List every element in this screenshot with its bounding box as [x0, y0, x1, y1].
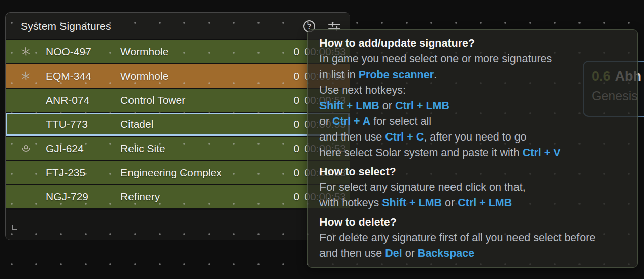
signature-id: NGJ-729	[46, 191, 120, 203]
help-text: here select Solar system and paste it wi…	[319, 147, 523, 159]
wormhole-icon	[6, 46, 46, 58]
signature-type: Wormhole	[120, 46, 294, 58]
signature-count: 0	[294, 46, 300, 58]
panel-title: System Signatures	[21, 20, 111, 32]
panel-header: System Signatures ?	[6, 13, 350, 40]
signature-type: Control Tower	[120, 94, 294, 106]
help-section-title: How to add/update signature?	[319, 36, 628, 51]
signature-id: NOO-497	[46, 46, 120, 58]
signature-id: EQM-344	[46, 70, 120, 82]
signature-row[interactable]: NGJ-729Refinery000:00:53	[6, 185, 350, 210]
hotkey-text: Ctrl + C	[385, 131, 424, 143]
system-signatures-panel: System Signatures ? NOO-497Wormhole000:0…	[5, 12, 350, 240]
signature-type: Engineering Complex	[120, 167, 294, 179]
help-line: and then use Del or Backspace	[319, 246, 628, 261]
signature-id: TTU-773	[46, 118, 120, 130]
help-text: with hotkeys	[319, 197, 382, 209]
signature-rows: NOO-497Wormhole000:00:53EQM-344Wormhole0…	[6, 40, 350, 210]
hotkey-text: Del	[385, 247, 402, 259]
signature-row[interactable]: NOO-497Wormhole000:00:53	[6, 40, 350, 64]
help-text: or	[379, 100, 395, 112]
help-line: For select any signature need click on t…	[319, 180, 628, 195]
help-line: Shift + LMB or Ctrl + LMB	[319, 98, 628, 114]
relic-icon	[6, 143, 46, 155]
help-text: and then use	[319, 131, 385, 143]
help-line: In game you need select one or more sign…	[319, 51, 628, 67]
help-text: in list in	[319, 68, 359, 81]
help-text: Use next hotkeys:	[319, 84, 406, 96]
signature-count: 0	[294, 94, 300, 106]
help-sections: How to add/update signature?In game you …	[314, 36, 628, 261]
help-text: For delete any signature first of all yo…	[319, 232, 595, 244]
signature-type: Refinery	[120, 191, 294, 203]
signature-row[interactable]: GJI-624Relic Site000:00:53	[6, 137, 350, 161]
hotkey-text: Shift + LMB	[382, 197, 442, 209]
help-text: In game you need select one or more sign…	[319, 53, 552, 65]
signature-id: GJI-624	[46, 143, 120, 155]
help-line: or Ctrl + A for select all	[319, 114, 628, 129]
signature-id: ANR-074	[46, 94, 120, 106]
signature-row[interactable]: FTJ-235Engineering Complex000:00:53	[6, 161, 350, 185]
help-text: .	[434, 68, 437, 81]
help-line: in list in Probe scanner.	[319, 67, 628, 83]
help-line: and then use Ctrl + C, after you need to…	[319, 129, 628, 145]
hotkey-text: Ctrl + A	[332, 115, 370, 127]
help-section-title: How to select?	[319, 164, 628, 180]
help-section-title: How to delete?	[319, 215, 628, 230]
help-section: How to delete?For delete any signature f…	[314, 215, 628, 261]
signature-type: Citadel	[120, 118, 294, 130]
help-tooltip: How to add/update signature?In game you …	[307, 29, 638, 268]
resize-handle-icon[interactable]	[12, 225, 17, 230]
panel-footer	[6, 210, 350, 233]
signature-id: FTJ-235	[46, 167, 120, 179]
help-text: for select all	[370, 115, 431, 127]
help-line: For delete any signature first of all yo…	[319, 230, 628, 246]
help-section: How to add/update signature?In game you …	[314, 36, 628, 161]
signature-count: 0	[294, 143, 300, 155]
help-text: or	[442, 197, 458, 209]
signature-row[interactable]: TTU-773Citadel000:00:53	[6, 113, 350, 137]
help-text: or	[402, 247, 418, 259]
help-line: Use next hotkeys:	[319, 83, 628, 98]
help-line: here select Solar system and paste it wi…	[319, 145, 628, 161]
signature-count: 0	[294, 167, 300, 179]
hotkey-text: Ctrl + LMB	[458, 197, 512, 209]
help-line: with hotkeys Shift + LMB or Ctrl + LMB	[319, 195, 628, 211]
help-section: How to select?For select any signature n…	[314, 164, 628, 211]
signature-count: 0	[294, 70, 300, 82]
hotkey-text: Shift + LMB	[319, 100, 379, 112]
hotkey-text: Backspace	[418, 247, 474, 259]
signature-count: 0	[294, 118, 300, 130]
wormhole-icon	[6, 70, 46, 82]
signature-type: Relic Site	[120, 143, 294, 155]
help-text: , after you need to go	[424, 131, 526, 143]
signature-row[interactable]: EQM-344Wormhole000:00:53	[6, 64, 350, 89]
signature-count: 0	[294, 191, 300, 203]
signature-type: Wormhole	[120, 70, 294, 82]
help-text: For select any signature need click on t…	[319, 181, 526, 193]
hotkey-text: Ctrl + LMB	[395, 100, 449, 112]
hotkey-text: Ctrl + V	[523, 147, 561, 159]
help-text: and then use	[319, 247, 385, 259]
signature-row[interactable]: ANR-074Control Tower000:00:53	[6, 89, 350, 113]
help-text: or	[319, 115, 332, 127]
hotkey-text: Probe scanner	[359, 68, 434, 81]
